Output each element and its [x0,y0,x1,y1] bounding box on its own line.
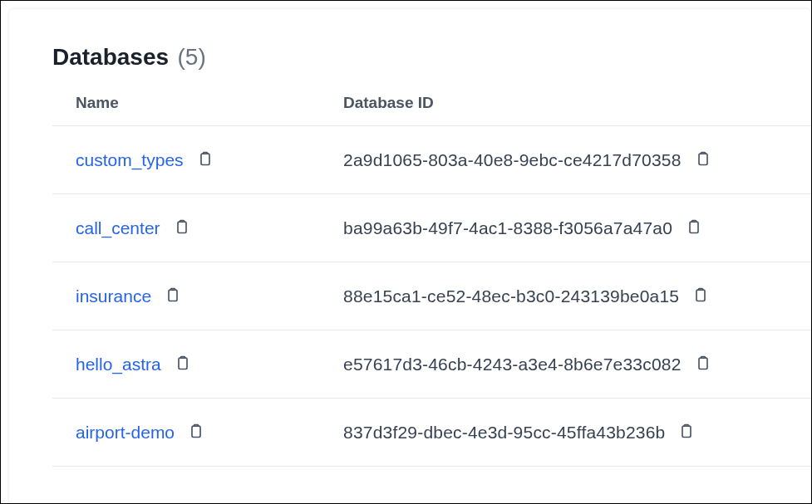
copy-name-button[interactable] [186,420,206,444]
database-count: (5) [178,44,206,70]
page-title: Databases [52,44,169,70]
clipboard-icon [165,286,181,306]
copy-name-button[interactable] [195,148,215,172]
table-row: airport-demo 837d3f29-dbec-4e3d-95cc-45f… [52,399,811,467]
table-row: hello_astra e57617d3-46cb-4243-a3e4-8b6e… [52,330,811,399]
clipboard-icon [175,354,191,374]
panel-header: Databases (5) [9,9,811,94]
svg-rect-9 [682,426,691,437]
clipboard-icon [695,149,711,170]
database-name-link[interactable]: custom_types [76,150,184,170]
copy-name-button[interactable] [173,352,193,376]
table-row: insurance 88e15ca1-ce52-48ec-b3c0-243139… [52,262,811,330]
svg-rect-5 [696,290,705,301]
databases-panel: Databases (5) Name Database ID custom_ty… [9,9,811,504]
table-row: call_center ba99a63b-49f7-4ac1-8388-f305… [52,194,811,262]
svg-rect-3 [690,222,698,232]
svg-rect-8 [192,426,200,437]
databases-table: Name Database ID custom_types 2a9d1065-8… [9,94,811,467]
svg-rect-6 [179,358,187,369]
copy-id-button[interactable] [693,352,713,376]
database-id-value: 88e15ca1-ce52-48ec-b3c0-243139be0a15 [343,286,679,306]
svg-rect-1 [699,154,707,164]
copy-name-button[interactable] [163,284,183,308]
svg-rect-4 [169,290,177,301]
clipboard-icon [692,286,709,306]
clipboard-icon [174,218,190,238]
clipboard-icon [686,218,702,238]
copy-id-button[interactable] [691,284,711,308]
database-name-link[interactable]: insurance [76,286,151,306]
svg-rect-2 [178,222,186,232]
database-name-link[interactable]: airport-demo [76,423,175,443]
clipboard-icon [188,422,204,443]
clipboard-icon [695,354,711,374]
svg-rect-0 [201,154,209,164]
column-header-name: Name [76,94,119,111]
database-id-value: ba99a63b-49f7-4ac1-8388-f3056a7a47a0 [343,218,672,238]
database-name-link[interactable]: hello_astra [76,355,161,374]
table-header-row: Name Database ID [52,94,811,126]
svg-rect-7 [699,358,707,369]
database-id-value: 837d3f29-dbec-4e3d-95cc-45ffa43b236b [343,423,665,443]
database-id-value: e57617d3-46cb-4243-a3e4-8b6e7e33c082 [343,355,682,374]
column-header-id: Database ID [343,94,434,111]
table-row: custom_types 2a9d1065-803a-40e8-9ebc-ce4… [52,126,811,194]
clipboard-icon [197,149,214,170]
clipboard-icon [678,422,695,443]
copy-name-button[interactable] [172,216,192,240]
copy-id-button[interactable] [684,216,704,240]
database-id-value: 2a9d1065-803a-40e8-9ebc-ce4217d70358 [343,150,682,170]
copy-id-button[interactable] [693,148,713,172]
database-name-link[interactable]: call_center [76,218,160,238]
copy-id-button[interactable] [677,420,696,444]
